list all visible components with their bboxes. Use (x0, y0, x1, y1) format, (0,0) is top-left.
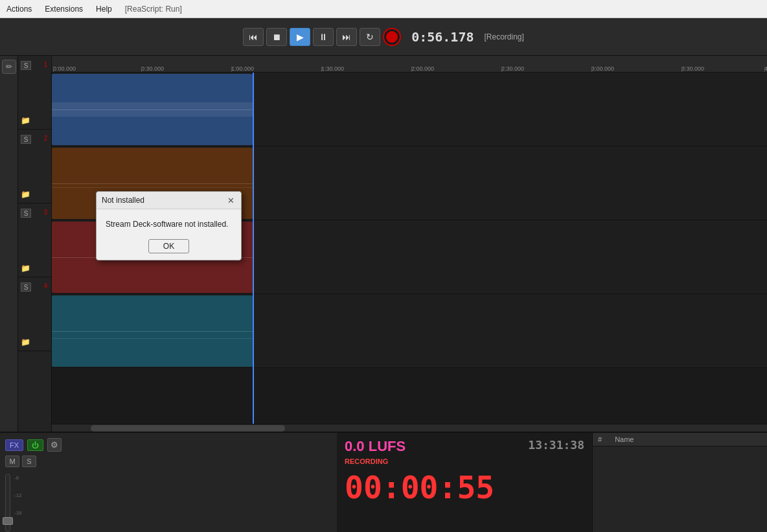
track-num-2: 2 (43, 135, 47, 142)
menu-extensions[interactable]: Extensions (42, 3, 86, 15)
pause-button[interactable]: ⏸ (313, 28, 334, 46)
track-clip-1[interactable] (52, 74, 253, 145)
big-clock: 13:31:38 (528, 438, 584, 452)
track-num-1: 1 (43, 61, 47, 68)
folder-icon-1: 📁 (21, 116, 30, 125)
recording-badge: RECORDING (345, 457, 388, 465)
track-list-header: # Name (593, 433, 767, 446)
power-button[interactable]: ⏻ (27, 439, 43, 451)
dialog-box: Not installed ✕ Stream Deck-software not… (96, 191, 242, 260)
menu-help[interactable]: Help (93, 3, 115, 15)
pencil-tool-icon[interactable]: ✏ (2, 60, 16, 74)
mixer-area: FX ⏻ ⚙ M S -6 -12 -18 (0, 433, 337, 532)
record-dot (386, 31, 398, 43)
solo-btn-1[interactable]: S (21, 61, 31, 70)
dialog-buttons: OK (106, 239, 232, 253)
ruler: 0:00.000 0:30.000 1:00.000 1:30.000 2:00… (52, 56, 767, 73)
play-button[interactable]: ▶ (290, 28, 310, 46)
track-list-panel: # Name (592, 433, 767, 532)
clip-line-2 (52, 187, 253, 188)
playhead (253, 73, 254, 424)
lufs-area: 0.0 LUFS 13:31:38 RECORDING 00:00:55 (337, 433, 592, 532)
ruler-mark-4: 2:00.000 (411, 65, 434, 72)
lufs-right: 13:31:38 (528, 438, 584, 452)
left-icons: ✏ (0, 56, 18, 432)
dialog-title-text: Not installed (102, 196, 144, 205)
track-control-1: S 1 📁 (18, 56, 51, 130)
menu-reascript[interactable]: [ReaScript: Run] (122, 3, 185, 15)
ruler-mark-5: 2:30.000 (501, 65, 524, 72)
solo-button[interactable]: S (22, 456, 36, 467)
ms-row: M S (5, 456, 332, 467)
dialog-close-button[interactable]: ✕ (225, 195, 236, 205)
db-label-6: -6 (14, 475, 22, 481)
loop-button[interactable]: ↻ (360, 28, 380, 46)
ruler-mark-3: 1:30.000 (321, 65, 344, 72)
track-list-col-name: Name (615, 435, 634, 443)
solo-btn-2[interactable]: S (21, 135, 31, 144)
clip-line-4 (52, 338, 253, 339)
lufs-left: 0.0 LUFS (345, 438, 406, 455)
solo-btn-4[interactable]: S (21, 283, 31, 292)
fader-section: -6 -12 -18 (5, 474, 332, 532)
track-clip-4[interactable] (52, 295, 253, 367)
track-row-4[interactable] (52, 294, 767, 368)
dialog-title-bar: Not installed ✕ (97, 192, 241, 209)
dialog-message: Stream Deck-software not installed. (106, 220, 232, 229)
track-num-3: 3 (43, 209, 47, 216)
menu-bar: Actions Extensions Help [ReaScript: Run] (0, 0, 767, 18)
ruler-mark-7: 3:30.000 (681, 65, 704, 72)
track-control-2: S 2 📁 (18, 130, 51, 203)
track-control-4: S 4 📁 (18, 277, 51, 351)
db-labels: -6 -12 -18 (14, 475, 22, 516)
track-control-3: S 3 📁 (18, 203, 51, 277)
track-list-col-num: # (598, 435, 602, 443)
forward-button[interactable]: ⏭ (336, 28, 357, 46)
folder-icon-3: 📁 (21, 264, 30, 273)
ruler-mark-1: 0:30.000 (141, 65, 164, 72)
stop-button[interactable]: ⏹ (266, 28, 287, 46)
ruler-mark-6: 3:00.000 (591, 65, 614, 72)
clip-waveform-1 (52, 102, 253, 117)
track-row-5[interactable] (52, 368, 767, 424)
track-row-1[interactable] (52, 73, 767, 146)
ok-button[interactable]: OK (148, 239, 189, 253)
mixer-controls-row: FX ⏻ ⚙ (5, 438, 332, 452)
lufs-value: 0.0 LUFS (345, 438, 406, 455)
ruler-mark-2: 1:00.000 (231, 65, 254, 72)
fader-knob[interactable] (3, 517, 13, 525)
dialog-body: Stream Deck-software not installed. OK (97, 209, 241, 260)
fx-button[interactable]: FX (5, 439, 23, 451)
clip-inner-2 (52, 183, 253, 184)
mute-button[interactable]: M (5, 456, 19, 467)
track-num-4: 4 (43, 283, 47, 290)
db-label-12: -12 (14, 492, 22, 498)
record-button[interactable] (383, 28, 401, 46)
gear-button[interactable]: ⚙ (47, 438, 62, 452)
time-counter: 00:00:55 (345, 469, 494, 505)
menu-actions[interactable]: Actions (4, 3, 34, 15)
db-label-18: -18 (14, 510, 22, 516)
h-scrollbar[interactable] (52, 424, 767, 432)
track-controls: S 1 📁 S 2 📁 S 3 📁 S 4 📁 (18, 56, 52, 432)
clip-inner-4 (52, 331, 253, 332)
lufs-top-row: 0.0 LUFS 13:31:38 (345, 438, 584, 455)
bottom-panel: FX ⏻ ⚙ M S -6 -12 -18 0.0 LUFS 13 (0, 432, 767, 532)
folder-icon-4: 📁 (21, 338, 30, 347)
transport-bar: ⏮ ⏹ ▶ ⏸ ⏭ ↻ 0:56.178 [Recording] (0, 18, 767, 56)
rewind-button[interactable]: ⏮ (243, 28, 264, 46)
recording-label: [Recording] (484, 32, 523, 41)
time-display: 0:56.178 (411, 29, 474, 45)
scrollbar-thumb[interactable] (91, 425, 285, 432)
solo-btn-3[interactable]: S (21, 209, 31, 218)
ruler-mark-0: 0:00.000 (53, 65, 76, 72)
fader-track[interactable] (5, 474, 10, 532)
folder-icon-2: 📁 (21, 190, 30, 199)
